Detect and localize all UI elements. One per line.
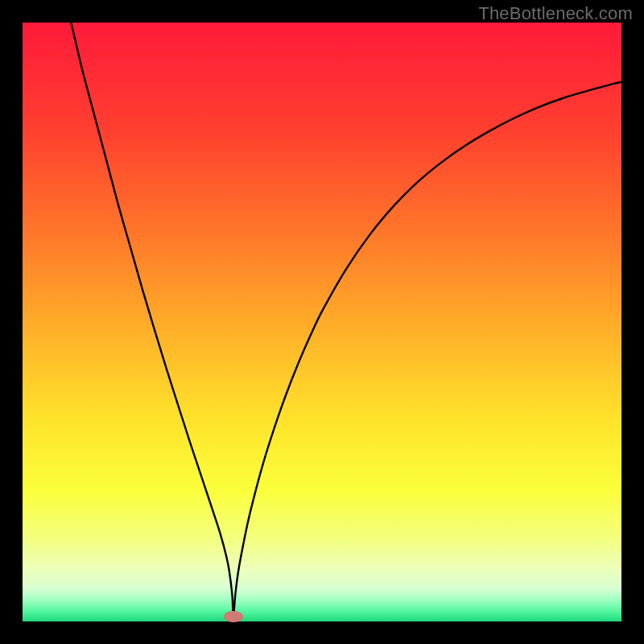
plot-background: [23, 23, 621, 621]
chart-frame: TheBottleneck.com: [0, 0, 644, 644]
watermark-text: TheBottleneck.com: [478, 3, 633, 24]
vertex-marker: [224, 611, 243, 623]
chart-plot: [23, 23, 621, 621]
